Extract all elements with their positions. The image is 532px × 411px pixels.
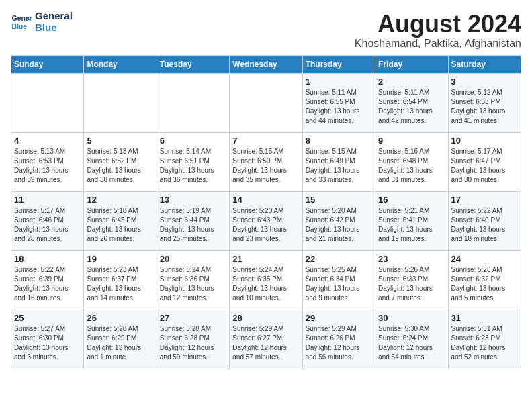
calendar-week-row: 4Sunrise: 5:13 AM Sunset: 6:53 PM Daylig… [11,132,521,191]
day-number: 10 [451,136,518,146]
day-number: 20 [160,254,226,264]
day-number: 24 [451,254,518,264]
calendar-week-row: 18Sunrise: 5:22 AM Sunset: 6:39 PM Dayli… [11,250,521,310]
calendar-week-row: 1Sunrise: 5:11 AM Sunset: 6:55 PM Daylig… [11,73,521,132]
calendar-cell: 24Sunrise: 5:26 AM Sunset: 6:32 PM Dayli… [448,250,521,310]
calendar-cell: 30Sunrise: 5:30 AM Sunset: 6:24 PM Dayli… [375,310,448,369]
logo-general: General [35,11,73,22]
day-number: 16 [378,195,445,205]
svg-text:Blue: Blue [12,22,28,30]
calendar-cell [157,73,229,132]
day-number: 9 [378,136,445,146]
calendar-cell: 1Sunrise: 5:11 AM Sunset: 6:55 PM Daylig… [302,73,375,132]
day-detail: Sunrise: 5:29 AM Sunset: 6:26 PM Dayligh… [306,324,372,362]
day-number: 29 [306,313,372,323]
day-detail: Sunrise: 5:12 AM Sunset: 6:53 PM Dayligh… [451,88,518,126]
weekday-header: Wednesday [230,55,302,73]
day-number: 21 [232,254,299,264]
day-number: 27 [160,313,226,323]
logo-icon: General Blue [11,11,32,33]
calendar-cell: 19Sunrise: 5:23 AM Sunset: 6:37 PM Dayli… [84,250,157,310]
calendar-cell: 20Sunrise: 5:24 AM Sunset: 6:36 PM Dayli… [157,250,229,310]
day-detail: Sunrise: 5:20 AM Sunset: 6:43 PM Dayligh… [232,206,299,244]
day-number: 31 [451,313,518,323]
calendar-cell [230,73,302,132]
day-number: 17 [451,195,518,205]
page-header: General Blue General Blue August 2024 Kh… [11,11,521,50]
day-detail: Sunrise: 5:29 AM Sunset: 6:27 PM Dayligh… [232,324,299,362]
calendar-cell: 7Sunrise: 5:15 AM Sunset: 6:50 PM Daylig… [230,132,302,191]
calendar-cell: 28Sunrise: 5:29 AM Sunset: 6:27 PM Dayli… [230,310,302,369]
day-detail: Sunrise: 5:15 AM Sunset: 6:50 PM Dayligh… [232,147,299,185]
weekday-header: Thursday [302,55,375,73]
calendar-cell: 3Sunrise: 5:12 AM Sunset: 6:53 PM Daylig… [448,73,521,132]
calendar-cell: 25Sunrise: 5:27 AM Sunset: 6:30 PM Dayli… [11,310,84,369]
calendar-cell: 16Sunrise: 5:21 AM Sunset: 6:41 PM Dayli… [375,191,448,250]
weekday-header: Sunday [11,55,84,73]
calendar-cell: 13Sunrise: 5:19 AM Sunset: 6:44 PM Dayli… [157,191,229,250]
day-number: 22 [306,254,372,264]
day-number: 15 [306,195,372,205]
day-number: 26 [87,313,153,323]
day-number: 6 [160,136,226,146]
calendar-cell: 4Sunrise: 5:13 AM Sunset: 6:53 PM Daylig… [11,132,84,191]
day-number: 1 [306,77,372,87]
day-detail: Sunrise: 5:13 AM Sunset: 6:52 PM Dayligh… [87,147,153,185]
calendar-cell [11,73,84,132]
calendar-cell: 23Sunrise: 5:26 AM Sunset: 6:33 PM Dayli… [375,250,448,310]
calendar-cell: 31Sunrise: 5:31 AM Sunset: 6:23 PM Dayli… [448,310,521,369]
day-number: 12 [87,195,153,205]
day-detail: Sunrise: 5:17 AM Sunset: 6:47 PM Dayligh… [451,147,518,185]
calendar-cell: 29Sunrise: 5:29 AM Sunset: 6:26 PM Dayli… [302,310,375,369]
calendar-cell: 8Sunrise: 5:15 AM Sunset: 6:49 PM Daylig… [302,132,375,191]
day-number: 5 [87,136,153,146]
calendar-cell: 18Sunrise: 5:22 AM Sunset: 6:39 PM Dayli… [11,250,84,310]
day-detail: Sunrise: 5:20 AM Sunset: 6:42 PM Dayligh… [306,206,372,244]
day-number: 14 [232,195,299,205]
day-number: 19 [87,254,153,264]
day-detail: Sunrise: 5:27 AM Sunset: 6:30 PM Dayligh… [14,324,81,362]
day-detail: Sunrise: 5:11 AM Sunset: 6:55 PM Dayligh… [306,88,372,126]
day-number: 2 [378,77,445,87]
weekday-header: Monday [84,55,157,73]
calendar-cell: 17Sunrise: 5:22 AM Sunset: 6:40 PM Dayli… [448,191,521,250]
calendar-week-row: 25Sunrise: 5:27 AM Sunset: 6:30 PM Dayli… [11,310,521,369]
day-detail: Sunrise: 5:17 AM Sunset: 6:46 PM Dayligh… [14,206,81,244]
day-detail: Sunrise: 5:25 AM Sunset: 6:34 PM Dayligh… [306,265,372,303]
day-detail: Sunrise: 5:24 AM Sunset: 6:36 PM Dayligh… [160,265,226,303]
svg-text:General: General [12,15,32,22]
calendar-week-row: 11Sunrise: 5:17 AM Sunset: 6:46 PM Dayli… [11,191,521,250]
calendar-cell: 12Sunrise: 5:18 AM Sunset: 6:45 PM Dayli… [84,191,157,250]
calendar-cell [84,73,157,132]
day-number: 11 [14,195,81,205]
day-number: 23 [378,254,445,264]
day-detail: Sunrise: 5:21 AM Sunset: 6:41 PM Dayligh… [378,206,445,244]
calendar-cell: 10Sunrise: 5:17 AM Sunset: 6:47 PM Dayli… [448,132,521,191]
calendar-cell: 26Sunrise: 5:28 AM Sunset: 6:29 PM Dayli… [84,310,157,369]
calendar-cell: 6Sunrise: 5:14 AM Sunset: 6:51 PM Daylig… [157,132,229,191]
day-detail: Sunrise: 5:26 AM Sunset: 6:32 PM Dayligh… [451,265,518,303]
day-detail: Sunrise: 5:28 AM Sunset: 6:28 PM Dayligh… [160,324,226,362]
title-block: August 2024 Khoshamand, Paktika, Afghani… [355,11,521,50]
day-detail: Sunrise: 5:14 AM Sunset: 6:51 PM Dayligh… [160,147,226,185]
location: Khoshamand, Paktika, Afghanistan [355,38,521,50]
day-detail: Sunrise: 5:30 AM Sunset: 6:24 PM Dayligh… [378,324,445,362]
calendar-table: SundayMondayTuesdayWednesdayThursdayFrid… [11,55,521,369]
day-detail: Sunrise: 5:18 AM Sunset: 6:45 PM Dayligh… [87,206,153,244]
calendar-cell: 14Sunrise: 5:20 AM Sunset: 6:43 PM Dayli… [230,191,302,250]
day-detail: Sunrise: 5:15 AM Sunset: 6:49 PM Dayligh… [306,147,372,185]
calendar-cell: 11Sunrise: 5:17 AM Sunset: 6:46 PM Dayli… [11,191,84,250]
day-detail: Sunrise: 5:22 AM Sunset: 6:39 PM Dayligh… [14,265,81,303]
day-detail: Sunrise: 5:16 AM Sunset: 6:48 PM Dayligh… [378,147,445,185]
weekday-header: Friday [375,55,448,73]
day-number: 25 [14,313,81,323]
calendar-cell: 9Sunrise: 5:16 AM Sunset: 6:48 PM Daylig… [375,132,448,191]
calendar-cell: 2Sunrise: 5:11 AM Sunset: 6:54 PM Daylig… [375,73,448,132]
day-detail: Sunrise: 5:31 AM Sunset: 6:23 PM Dayligh… [451,324,518,362]
logo: General Blue General Blue [11,11,73,33]
month-year: August 2024 [355,11,521,38]
day-number: 18 [14,254,81,264]
day-detail: Sunrise: 5:28 AM Sunset: 6:29 PM Dayligh… [87,324,153,362]
day-number: 3 [451,77,518,87]
calendar-cell: 27Sunrise: 5:28 AM Sunset: 6:28 PM Dayli… [157,310,229,369]
